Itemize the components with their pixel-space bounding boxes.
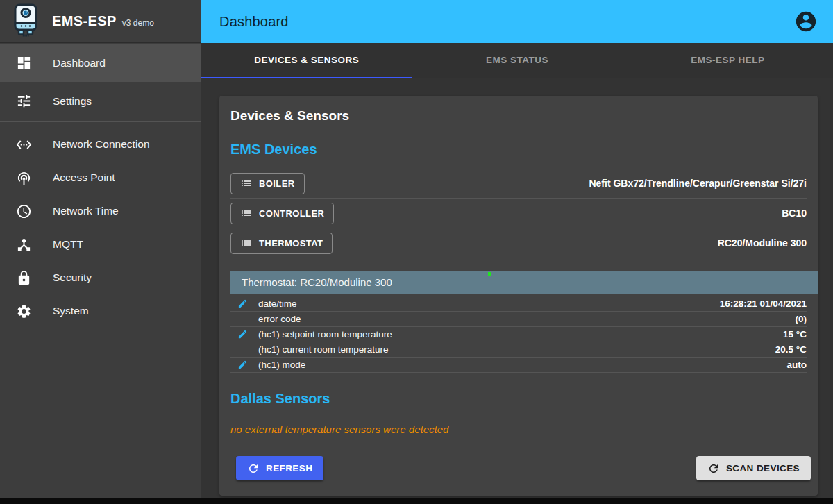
devices-sensors-panel: Devices & Sensors EMS Devices BOILER Nef… xyxy=(219,96,818,496)
tab-ems-status[interactable]: EMS STATUS xyxy=(412,43,622,78)
bottom-strip xyxy=(0,498,833,504)
sidebar-item-label: System xyxy=(53,305,89,317)
sidebar-item-label: Network Connection xyxy=(53,138,150,151)
detail-name: date/time xyxy=(258,299,720,309)
detail-name: (hc1) current room temperature xyxy=(258,344,775,355)
edit-icon[interactable] xyxy=(230,299,258,309)
device-model: Nefit GBx72/Trendline/Cerapur/Greenstar … xyxy=(589,178,807,189)
edit-icon[interactable] xyxy=(230,360,258,370)
ems-esp-app: EMS-ESP v3 demo Dashboard Settings xyxy=(0,0,833,504)
wifi-tethering-icon xyxy=(15,169,32,186)
tab-ems-esp-help[interactable]: EMS-ESP HELP xyxy=(623,43,833,78)
list-icon xyxy=(240,177,253,190)
device-type-label: BOILER xyxy=(259,178,295,189)
sidebar-item-label: Network Time xyxy=(53,205,119,217)
boiler-device-button[interactable]: BOILER xyxy=(230,173,305,194)
detail-value: 20.5 °C xyxy=(775,344,807,355)
ems-devices-table: BOILER Nefit GBx72/Trendline/Cerapur/Gre… xyxy=(230,169,807,258)
sidebar-item-label: Dashboard xyxy=(53,57,106,69)
sidebar-item-label: Security xyxy=(53,271,92,284)
device-hub-icon xyxy=(15,236,32,253)
tab-devices-sensors[interactable]: DEVICES & SENSORS xyxy=(201,43,412,78)
detail-value: (0) xyxy=(796,314,807,324)
sidebar-nav-secondary: Network Connection Access Point Network … xyxy=(0,122,201,333)
device-model: RC20/Moduline 300 xyxy=(718,237,807,249)
refresh-icon xyxy=(247,462,260,475)
tab-bar: DEVICES & SENSORS EMS STATUS EMS-ESP HEL… xyxy=(201,43,833,78)
app-header: EMS-ESP v3 demo xyxy=(0,0,201,43)
panel-title: Devices & Sensors xyxy=(230,108,807,124)
list-icon xyxy=(240,207,253,219)
dallas-sensors-heading: Dallas Sensors xyxy=(230,391,807,407)
detail-value: 16:28:21 01/04/2021 xyxy=(720,299,807,309)
detail-name: error code xyxy=(258,314,796,324)
ems-devices-heading: EMS Devices xyxy=(230,142,807,158)
settings-ethernet-icon xyxy=(15,136,32,153)
sidebar: EMS-ESP v3 demo Dashboard Settings xyxy=(0,0,201,498)
table-row: THERMOSTAT RC20/Moduline 300 xyxy=(230,228,807,258)
thermostat-device-button[interactable]: THERMOSTAT xyxy=(230,233,333,254)
edit-icon[interactable] xyxy=(230,329,258,339)
refresh-button[interactable]: REFRESH xyxy=(236,456,323,480)
controller-device-button[interactable]: CONTROLLER xyxy=(230,203,334,224)
thermostat-detail-table: date/time 16:28:21 01/04/2021 error code… xyxy=(230,294,807,373)
sidebar-item-access-point[interactable]: Access Point xyxy=(0,161,201,194)
status-dot xyxy=(488,272,491,276)
detail-value: auto xyxy=(787,360,807,370)
detail-name: (hc1) mode xyxy=(258,360,787,370)
sidebar-item-settings[interactable]: Settings xyxy=(0,82,201,120)
sidebar-item-network-connection[interactable]: Network Connection xyxy=(0,128,201,161)
table-row: BOILER Nefit GBx72/Trendline/Cerapur/Gre… xyxy=(230,169,807,199)
sidebar-nav-primary: Dashboard Settings xyxy=(0,43,201,121)
sidebar-item-mqtt[interactable]: MQTT xyxy=(0,228,201,261)
page-title: Dashboard xyxy=(219,14,794,30)
clock-icon xyxy=(15,203,32,219)
tune-icon xyxy=(15,93,32,110)
scan-devices-button-label: SCAN DEVICES xyxy=(726,463,800,473)
table-row: date/time 16:28:21 01/04/2021 xyxy=(230,296,807,312)
no-sensors-message: no external temperature sensors were det… xyxy=(230,423,807,435)
device-type-label: CONTROLLER xyxy=(259,208,324,219)
sidebar-item-network-time[interactable]: Network Time xyxy=(0,194,201,228)
sidebar-item-label: Settings xyxy=(53,95,92,108)
scan-devices-button[interactable]: SCAN DEVICES xyxy=(696,456,811,480)
panel-actions: REFRESH SCAN DEVICES xyxy=(236,456,811,480)
account-icon[interactable] xyxy=(794,10,818,33)
sidebar-item-system[interactable]: System xyxy=(0,294,201,328)
sidebar-item-label: Access Point xyxy=(53,171,115,184)
list-icon xyxy=(240,237,253,249)
app-title: EMS-ESP xyxy=(52,13,117,29)
device-type-label: THERMOSTAT xyxy=(259,238,323,249)
refresh-icon xyxy=(707,462,720,475)
sidebar-item-security[interactable]: Security xyxy=(0,261,201,294)
thermostat-detail-header: Thermostat: RC20/Moduline 300 xyxy=(230,271,818,294)
sidebar-item-label: MQTT xyxy=(53,238,83,251)
appbar: Dashboard xyxy=(201,0,833,43)
device-model: BC10 xyxy=(782,208,807,219)
app-version: v3 demo xyxy=(122,18,154,28)
sidebar-item-dashboard[interactable]: Dashboard xyxy=(0,44,201,82)
table-row: CONTROLLER BC10 xyxy=(230,199,807,228)
table-row: error code (0) xyxy=(230,312,807,327)
lock-icon xyxy=(15,269,32,286)
boiler-logo xyxy=(12,3,40,40)
table-row: (hc1) setpoint room temperature 15 °C xyxy=(230,327,807,342)
table-row: (hc1) mode auto xyxy=(230,358,807,373)
table-row: (hc1) current room temperature 20.5 °C xyxy=(230,342,807,358)
detail-name: (hc1) setpoint room temperature xyxy=(258,329,783,339)
detail-value: 15 °C xyxy=(783,329,807,339)
dashboard-icon xyxy=(15,55,32,72)
gear-icon xyxy=(15,303,32,319)
refresh-button-label: REFRESH xyxy=(266,463,312,473)
